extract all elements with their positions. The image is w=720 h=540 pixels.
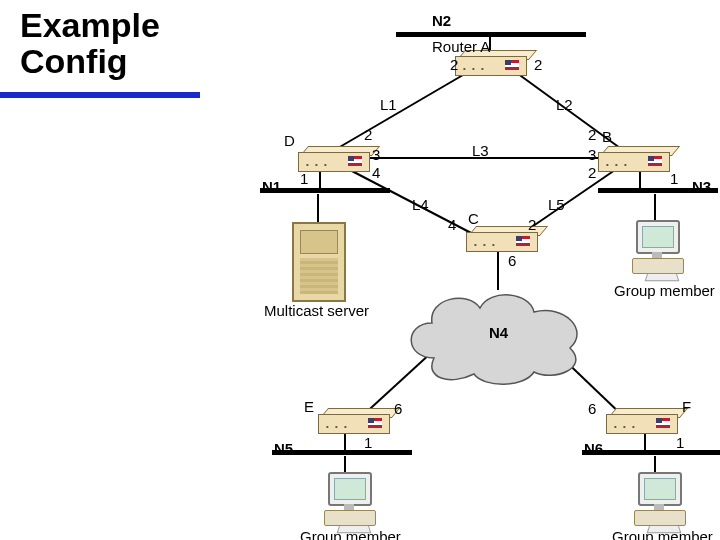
cost-b-n3: 1 (670, 170, 678, 187)
label-gm-n3: Group member (614, 282, 715, 299)
pc-n5 (320, 472, 380, 532)
label-l4: L4 (412, 196, 429, 213)
cost-e-n5: 1 (364, 434, 372, 451)
cost-c-l5: 2 (528, 216, 536, 233)
label-n5: N5 (274, 440, 293, 457)
cost-b-l5: 2 (588, 164, 596, 181)
slide-title: Example Config (20, 8, 160, 79)
label-n3: N3 (692, 178, 711, 195)
router-b: • • • (598, 146, 668, 170)
pc-n3 (628, 220, 688, 280)
label-l5: L5 (548, 196, 565, 213)
label-router-a: Router A (432, 38, 490, 55)
bus-n2 (396, 32, 586, 37)
title-underline (0, 92, 200, 98)
topology-links (0, 0, 720, 540)
label-l3: L3 (472, 142, 489, 159)
label-router-b: B (602, 128, 612, 145)
cost-c-l4: 4 (448, 216, 456, 233)
label-l2: L2 (556, 96, 573, 113)
label-n1: N1 (262, 178, 281, 195)
router-f: • • • (606, 408, 676, 432)
label-n6: N6 (584, 440, 603, 457)
label-gm-n6: Group member (612, 528, 713, 540)
title-line-2: Config (20, 44, 160, 80)
router-d: • • • (298, 146, 368, 170)
cost-a-l1: 2 (450, 56, 458, 73)
label-n4: N4 (489, 324, 508, 341)
cost-e-n4: 6 (394, 400, 402, 417)
cost-c-n4: 6 (508, 252, 516, 269)
pc-n6 (630, 472, 690, 532)
label-router-d: D (284, 132, 295, 149)
router-c: • • • (466, 226, 536, 250)
label-router-e: E (304, 398, 314, 415)
multicast-server-icon (292, 222, 348, 302)
label-router-f: F (682, 398, 691, 415)
cost-f-n4: 6 (588, 400, 596, 417)
cost-f-n6: 1 (676, 434, 684, 451)
cost-d-l3: 3 (372, 146, 380, 163)
label-router-c: C (468, 210, 479, 227)
label-multicast-server: Multicast server (264, 302, 369, 319)
cost-b-l2: 2 (588, 126, 596, 143)
cost-d-n1: 1 (300, 170, 308, 187)
label-l1: L1 (380, 96, 397, 113)
label-gm-n5: Group member (300, 528, 401, 540)
router-e: • • • (318, 408, 388, 432)
title-line-1: Example (20, 8, 160, 44)
cloud-n4: N4 (394, 278, 594, 388)
cost-d-l1: 2 (364, 126, 372, 143)
svg-line-0 (338, 68, 475, 148)
cost-b-l3: 3 (588, 146, 596, 163)
cost-a-l2: 2 (534, 56, 542, 73)
label-n2: N2 (432, 12, 451, 29)
cost-d-l4: 4 (372, 164, 380, 181)
